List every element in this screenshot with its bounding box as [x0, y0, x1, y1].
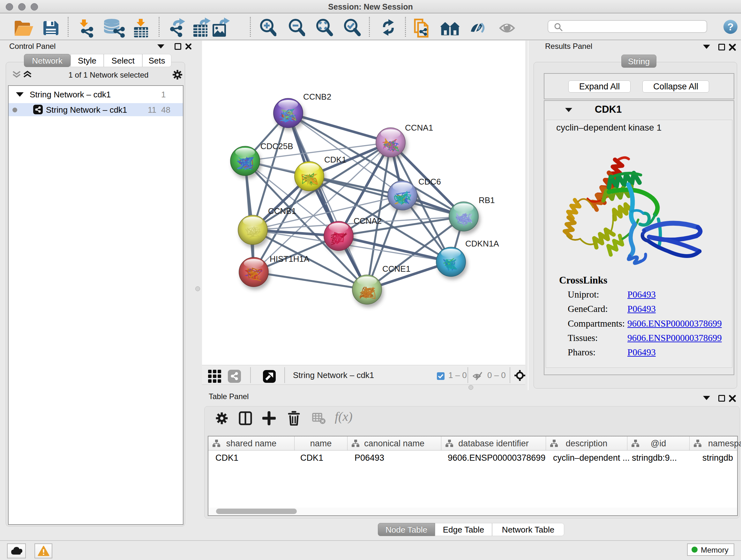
- svg-text:CCNE1: CCNE1: [382, 264, 410, 273]
- svg-text:CDC25B: CDC25B: [260, 141, 293, 151]
- svg-text:CCNA2: CCNA2: [354, 216, 382, 226]
- svg-text:CCNA1: CCNA1: [405, 123, 433, 132]
- svg-text:CDK1: CDK1: [324, 155, 346, 165]
- svg-text:CCNB2: CCNB2: [303, 92, 331, 102]
- svg-text:?: ?: [727, 21, 734, 33]
- svg-text:HIST1H1A: HIST1H1A: [270, 254, 310, 264]
- svg-text:CDKN1A: CDKN1A: [465, 239, 499, 248]
- svg-text:RB1: RB1: [479, 195, 495, 205]
- svg-text:CCNB1: CCNB1: [268, 206, 296, 216]
- svg-text:CDC6: CDC6: [418, 177, 441, 186]
